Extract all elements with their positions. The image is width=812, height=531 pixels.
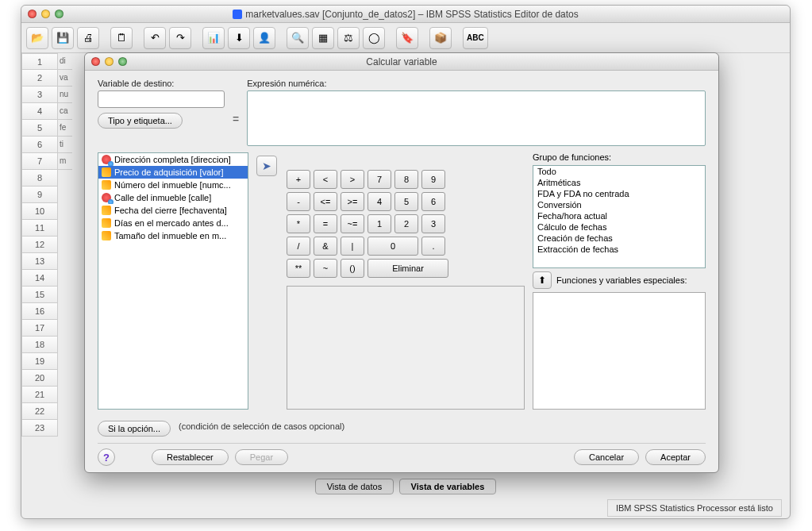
- keypad-key[interactable]: ~: [314, 259, 337, 278]
- keypad-key[interactable]: 4: [368, 192, 391, 211]
- data-cell[interactable]: fe: [58, 120, 72, 137]
- data-cell[interactable]: va: [58, 70, 72, 87]
- recall-icon[interactable]: 🗒: [110, 27, 133, 49]
- row-header[interactable]: 4: [21, 103, 58, 120]
- function-group-item[interactable]: Conversión: [533, 199, 705, 210]
- goto-icon[interactable]: 📊: [202, 27, 225, 49]
- row-header[interactable]: 23: [21, 420, 58, 437]
- function-group-item[interactable]: Fecha/hora actual: [533, 210, 705, 221]
- keypad-key[interactable]: 8: [394, 170, 418, 189]
- keypad-key[interactable]: 3: [421, 214, 445, 233]
- insert-function-button[interactable]: ⬆: [533, 271, 552, 289]
- keypad-key[interactable]: 7: [368, 170, 391, 189]
- keypad-key[interactable]: -: [287, 192, 310, 211]
- row-header[interactable]: 8: [21, 170, 58, 187]
- row-header[interactable]: 15: [21, 287, 58, 303]
- variable-item[interactable]: Fecha del cierre [fechaventa]: [98, 204, 248, 217]
- row-header[interactable]: 20: [21, 370, 58, 387]
- tab-variable-view[interactable]: Vista de variables: [399, 479, 497, 494]
- keypad-key[interactable]: 5: [394, 192, 418, 211]
- reset-button[interactable]: Restablecer: [152, 449, 229, 465]
- row-header[interactable]: 21: [21, 387, 58, 403]
- data-cell[interactable]: m: [58, 153, 72, 170]
- variable-item[interactable]: Precio de adquisición [valor]: [98, 166, 248, 179]
- keypad-key[interactable]: +: [287, 170, 310, 189]
- data-cell[interactable]: ti: [58, 137, 72, 153]
- numeric-expression-input[interactable]: [247, 90, 706, 146]
- row-header[interactable]: 13: [21, 253, 58, 270]
- row-header[interactable]: 12: [21, 237, 58, 253]
- row-header[interactable]: 2: [21, 70, 58, 87]
- row-header[interactable]: 19: [21, 353, 58, 370]
- keypad-key[interactable]: >: [341, 170, 364, 189]
- keypad-key[interactable]: 9: [421, 170, 445, 189]
- variable-item[interactable]: Días en el mercado antes d...: [98, 217, 248, 229]
- variable-item[interactable]: Tamaño del inmueble en m...: [98, 229, 248, 242]
- function-group-list[interactable]: TodoAritméticasFDA y FDA no centradaConv…: [533, 165, 706, 268]
- keypad-key[interactable]: &: [314, 237, 337, 256]
- data-cell[interactable]: di: [58, 53, 72, 70]
- ok-button[interactable]: Aceptar: [645, 449, 706, 465]
- function-group-item[interactable]: FDA y FDA no centrada: [533, 188, 705, 199]
- split-icon[interactable]: ▦: [312, 27, 334, 49]
- row-header[interactable]: 11: [21, 220, 58, 237]
- vars-icon[interactable]: 🔍: [287, 27, 309, 49]
- save-icon[interactable]: 💾: [52, 27, 74, 49]
- row-header[interactable]: 1: [21, 53, 58, 70]
- select-icon[interactable]: ◯: [363, 27, 385, 49]
- keypad-key[interactable]: >=: [341, 192, 364, 211]
- row-header[interactable]: 5: [21, 120, 58, 137]
- keypad-key[interactable]: (): [341, 259, 364, 278]
- value-labels-icon[interactable]: 🔖: [396, 27, 418, 49]
- goto-var-icon[interactable]: ⬇: [228, 27, 250, 49]
- if-condition-button[interactable]: Si la opción...: [98, 421, 171, 437]
- keypad-key[interactable]: **: [287, 259, 310, 278]
- row-header[interactable]: 9: [21, 187, 58, 203]
- help-button[interactable]: ?: [98, 448, 115, 466]
- function-group-item[interactable]: Aritméticas: [533, 177, 705, 188]
- variable-item[interactable]: Calle del inmueble [calle]: [98, 191, 248, 204]
- function-group-item[interactable]: Creación de fechas: [533, 233, 705, 244]
- keypad-key[interactable]: 1: [368, 214, 391, 233]
- data-cell[interactable]: ca: [58, 103, 72, 120]
- paste-button[interactable]: Pegar: [235, 449, 288, 465]
- keypad-key[interactable]: 2: [394, 214, 418, 233]
- keypad-key[interactable]: <=: [314, 192, 337, 211]
- keypad-key[interactable]: 0: [368, 237, 418, 256]
- row-header[interactable]: 18: [21, 337, 58, 353]
- target-variable-input[interactable]: [98, 90, 225, 108]
- row-header[interactable]: 3: [21, 87, 58, 103]
- keypad-key[interactable]: <: [314, 170, 337, 189]
- variable-item[interactable]: Número del inmueble [numc...: [98, 179, 248, 191]
- keypad-key[interactable]: =: [314, 214, 337, 233]
- row-header[interactable]: 10: [21, 203, 58, 220]
- variable-list[interactable]: Dirección completa [direccion]Precio de …: [98, 152, 248, 410]
- type-and-label-button[interactable]: Tipo y etiqueta...: [98, 113, 183, 129]
- row-header[interactable]: 6: [21, 137, 58, 153]
- keypad-delete-button[interactable]: Eliminar: [368, 259, 448, 278]
- undo-icon[interactable]: ↶: [144, 27, 166, 49]
- row-header[interactable]: 16: [21, 303, 58, 320]
- row-header[interactable]: 7: [21, 153, 58, 170]
- keypad-key[interactable]: 6: [421, 192, 445, 211]
- row-header[interactable]: 17: [21, 320, 58, 337]
- cancel-button[interactable]: Cancelar: [574, 449, 639, 465]
- open-icon[interactable]: 📂: [26, 27, 48, 49]
- move-to-expression-button[interactable]: ➤: [256, 156, 277, 176]
- function-group-item[interactable]: Cálculo de fechas: [533, 221, 705, 233]
- function-group-item[interactable]: Extracción de fechas: [533, 244, 705, 255]
- weight-icon[interactable]: ⚖: [337, 27, 360, 49]
- variable-item[interactable]: Dirección completa [direccion]: [98, 153, 248, 166]
- redo-icon[interactable]: ↷: [169, 27, 191, 49]
- data-cell[interactable]: nu: [58, 87, 72, 103]
- keypad-key[interactable]: |: [341, 237, 364, 256]
- special-functions-list[interactable]: [533, 292, 706, 410]
- keypad-key[interactable]: /: [287, 237, 310, 256]
- function-group-item[interactable]: Todo: [533, 166, 705, 177]
- row-header[interactable]: 14: [21, 270, 58, 287]
- find-icon[interactable]: 👤: [253, 27, 275, 49]
- keypad-key[interactable]: *: [287, 214, 310, 233]
- row-header[interactable]: 22: [21, 403, 58, 420]
- spellcheck-icon[interactable]: ABC: [463, 27, 488, 49]
- print-icon[interactable]: 🖨: [77, 27, 99, 49]
